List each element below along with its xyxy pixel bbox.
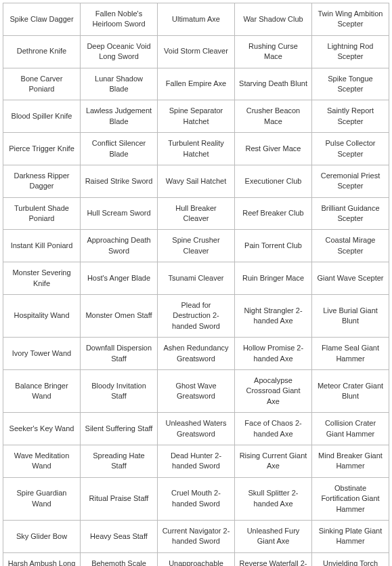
table-cell: Turbulent Shade Poniard	[3, 197, 81, 230]
table-cell: Spike Tongue Scepter	[312, 68, 389, 100]
table-cell: Ceremonial Priest Scepter	[312, 165, 389, 197]
table-cell: Ivory Tower Wand	[3, 338, 81, 370]
table-cell: Fallen Noble's Heirloom Sword	[81, 3, 158, 36]
table-cell: Live Burial Giant Blunt	[312, 295, 389, 338]
table-cell: Spike Claw Dagger	[3, 3, 81, 36]
table-cell: Spreading Hate Staff	[81, 445, 158, 477]
table-cell: Rushing Curse Mace	[235, 35, 312, 68]
table-row: Spire Guardian WandRitual Praise StaffCr…	[3, 477, 389, 520]
table-cell: Collision Crater Giant Hammer	[312, 413, 389, 445]
table-row: Seeker's Key WandSilent Suffering StaffU…	[3, 413, 389, 445]
table-cell: Sky Glider Bow	[3, 520, 81, 552]
table-row: Instant Kill PoniardApproaching Death Sw…	[3, 230, 389, 262]
table-cell: Conflict Silencer Blade	[81, 133, 158, 165]
table-cell: Void Storm Cleaver	[158, 35, 235, 68]
table-cell: Meteor Crater Giant Blunt	[312, 369, 389, 412]
table-cell: Deep Oceanic Void Long Sword	[81, 35, 158, 68]
table-cell: Approaching Death Sword	[81, 230, 158, 262]
table-cell: Apocalypse Crossroad Giant Axe	[235, 369, 312, 412]
table-cell: Lunar Shadow Blade	[81, 68, 158, 100]
table-cell: Darkness Ripper Dagger	[3, 165, 81, 197]
table-cell: Hospitality Wand	[3, 295, 81, 338]
table-cell: Flame Seal Giant Hammer	[312, 338, 389, 370]
table-cell: Crusher Beacon Mace	[235, 100, 312, 133]
table-cell: Raised Strike Sword	[81, 165, 158, 197]
table-cell: Ritual Praise Staff	[81, 477, 158, 520]
table-row: Wave Meditation WandSpreading Hate Staff…	[3, 445, 389, 477]
table-cell: Pulse Collector Scepter	[312, 133, 389, 165]
table-cell: Wavy Sail Hatchet	[158, 165, 235, 197]
table-cell: Tsunami Cleaver	[158, 262, 235, 295]
table-cell: Skull Splitter 2-handed Axe	[235, 477, 312, 520]
table-cell: Hollow Promise 2-handed Axe	[235, 338, 312, 370]
table-cell: Spine Separator Hatchet	[158, 100, 235, 133]
table-row: Pierce Trigger KnifeConflict Silencer Bl…	[3, 133, 389, 165]
table-cell: Lawless Judgement Blade	[81, 100, 158, 133]
table-cell: Giant Wave Scepter	[312, 262, 389, 295]
table-cell: Balance Bringer Wand	[3, 369, 81, 412]
table-cell: Hull Scream Sword	[81, 197, 158, 230]
table-cell: Monster Severing Knife	[3, 262, 81, 295]
table-cell: Spire Guardian Wand	[3, 477, 81, 520]
table-row: Monster Severing KnifeHost's Anger Blade…	[3, 262, 389, 295]
table-cell: Wave Meditation Wand	[3, 445, 81, 477]
table-cell: Downfall Dispersion Staff	[81, 338, 158, 370]
table-cell: Hull Breaker Cleaver	[158, 197, 235, 230]
table-cell: Saintly Report Scepter	[312, 100, 389, 133]
table-cell: Ashen Redundancy Greatsword	[158, 338, 235, 370]
table-cell: Obstinate Fortification Giant Hammer	[312, 477, 389, 520]
table-cell: Host's Anger Blade	[81, 262, 158, 295]
table-row: Sky Glider BowHeavy Seas StaffCurrent Na…	[3, 520, 389, 552]
table-row: Dethrone KnifeDeep Oceanic Void Long Swo…	[3, 35, 389, 68]
table-cell: Brilliant Guidance Scepter	[312, 197, 389, 230]
table-cell: Pierce Trigger Knife	[3, 133, 81, 165]
table-cell: Unapproachable Greatsword	[158, 552, 235, 566]
table-cell: Twin Wing Ambition Scepter	[312, 3, 389, 36]
table-row: Balance Bringer WandBloody Invitation St…	[3, 369, 389, 412]
table-row: Spike Claw DaggerFallen Noble's Heirloom…	[3, 3, 389, 36]
table-cell: Reverse Waterfall 2-handed Axe	[235, 552, 312, 566]
weapon-table: Spike Claw DaggerFallen Noble's Heirloom…	[3, 3, 389, 566]
table-cell: Bloody Invitation Staff	[81, 369, 158, 412]
table-cell: Cruel Mouth 2-handed Sword	[158, 477, 235, 520]
table-cell: Sinking Plate Giant Hammer	[312, 520, 389, 552]
table-cell: Ultimatum Axe	[158, 3, 235, 36]
table-cell: Current Navigator 2-handed Sword	[158, 520, 235, 552]
table-cell: Blood Spiller Knife	[3, 100, 81, 133]
table-cell: Reef Breaker Club	[235, 197, 312, 230]
table-cell: Dethrone Knife	[3, 35, 81, 68]
table-cell: Lightning Rod Scepter	[312, 35, 389, 68]
table-row: Ivory Tower WandDownfall Dispersion Staf…	[3, 338, 389, 370]
table-row: Turbulent Shade PoniardHull Scream Sword…	[3, 197, 389, 230]
table-cell: Plead for Destruction 2-handed Sword	[158, 295, 235, 338]
table-row: Harsh Ambush Long BowBehemoth Scale Staf…	[3, 552, 389, 566]
table-cell: Turbulent Reality Hatchet	[158, 133, 235, 165]
table-cell: Ruin Bringer Mace	[235, 262, 312, 295]
table-cell: Unleashed Fury Giant Axe	[235, 520, 312, 552]
table-cell: Starving Death Blunt	[235, 68, 312, 100]
table-cell: Ghost Wave Greatsword	[158, 369, 235, 412]
table-cell: Behemoth Scale Staff	[81, 552, 158, 566]
table-cell: Executioner Club	[235, 165, 312, 197]
table-cell: Harsh Ambush Long Bow	[3, 552, 81, 566]
table-cell: Mind Breaker Giant Hammer	[312, 445, 389, 477]
table-cell: Seeker's Key Wand	[3, 413, 81, 445]
table-row: Darkness Ripper DaggerRaised Strike Swor…	[3, 165, 389, 197]
table-cell: Spine Crusher Cleaver	[158, 230, 235, 262]
table-cell: Unyielding Torch Giant Blunt	[312, 552, 389, 566]
table-cell: Heavy Seas Staff	[81, 520, 158, 552]
table-cell: Rest Giver Mace	[235, 133, 312, 165]
table-cell: Fallen Empire Axe	[158, 68, 235, 100]
table-cell: Rising Current Giant Axe	[235, 445, 312, 477]
table-cell: Pain Torrent Club	[235, 230, 312, 262]
table-row: Blood Spiller KnifeLawless Judgement Bla…	[3, 100, 389, 133]
table-cell: Silent Suffering Staff	[81, 413, 158, 445]
table-row: Hospitality WandMonster Omen StaffPlead …	[3, 295, 389, 338]
weapon-table-body: Spike Claw DaggerFallen Noble's Heirloom…	[3, 3, 389, 567]
table-cell: War Shadow Club	[235, 3, 312, 36]
table-cell: Instant Kill Poniard	[3, 230, 81, 262]
table-cell: Night Strangler 2-handed Axe	[235, 295, 312, 338]
table-cell: Monster Omen Staff	[81, 295, 158, 338]
table-cell: Unleashed Waters Greatsword	[158, 413, 235, 445]
table-row: Bone Carver PoniardLunar Shadow BladeFal…	[3, 68, 389, 100]
